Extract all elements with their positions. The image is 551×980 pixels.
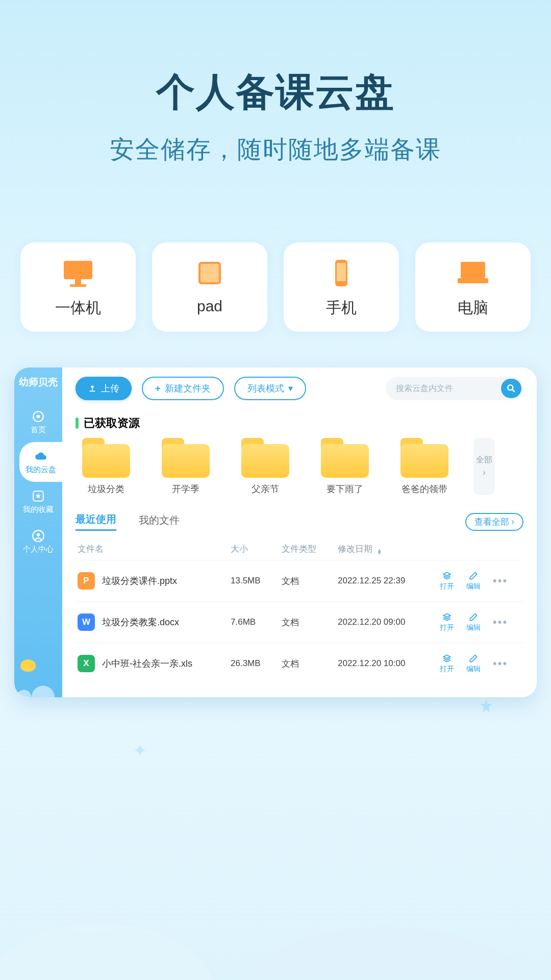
svg-rect-4 xyxy=(201,264,219,282)
folder-item[interactable]: 垃圾分类 xyxy=(76,438,137,495)
sidebar-item-label: 我的收藏 xyxy=(23,505,54,514)
upload-button[interactable]: 上传 xyxy=(76,377,132,400)
device-card-pad: pad xyxy=(152,242,267,332)
table-row[interactable]: W垃圾分类教案.docx7.6MB文档2022.12.20 09:00打开编辑•… xyxy=(76,601,523,643)
sidebar-decoration xyxy=(14,662,62,697)
folders-view-all-label: 全部 xyxy=(476,455,492,465)
tab-mine[interactable]: 我的文件 xyxy=(139,513,180,530)
edit-button[interactable]: 编辑 xyxy=(466,612,481,632)
col-name: 文件名 xyxy=(78,543,231,555)
table-row[interactable]: P垃圾分类课件.pptx13.5MB文档2022.12.25 22:39打开编辑… xyxy=(76,560,523,601)
folder-label: 垃圾分类 xyxy=(88,483,124,495)
background-clouds xyxy=(0,812,551,980)
toolbar: 上传 + 新建文件夹 列表模式 ▾ xyxy=(76,377,523,400)
folder-icon xyxy=(82,438,130,478)
open-button[interactable]: 打开 xyxy=(440,653,454,674)
desktop-icon xyxy=(60,258,96,288)
view-mode-button[interactable]: 列表模式 ▾ xyxy=(234,377,306,400)
file-tabs: 最近使用 我的文件 查看全部 › xyxy=(76,512,523,531)
col-modified-label: 修改日期 xyxy=(338,544,372,554)
search-icon xyxy=(506,383,516,394)
col-type: 文件类型 xyxy=(282,543,338,555)
folder-item[interactable]: 爸爸的领带 xyxy=(394,438,455,495)
file-modified: 2022.12.25 22:39 xyxy=(338,576,440,586)
svg-rect-1 xyxy=(75,279,81,284)
folder-item[interactable]: 父亲节 xyxy=(235,438,296,495)
more-icon[interactable]: ••• xyxy=(493,616,508,629)
file-size: 26.3MB xyxy=(231,658,282,669)
folder-item[interactable]: 开学季 xyxy=(155,438,216,495)
folder-label: 要下雨了 xyxy=(327,483,363,495)
view-all-button[interactable]: 查看全部 › xyxy=(465,513,523,531)
table-row[interactable]: X小中班-社会亲一亲.xls26.3MB文档2022.12.20 10:00打开… xyxy=(76,643,523,684)
file-name: 垃圾分类教案.docx xyxy=(102,616,179,628)
chevron-right-icon: › xyxy=(483,468,485,478)
sidebar-item-favorite[interactable]: 我的收藏 xyxy=(14,482,62,522)
row-actions: 打开编辑••• xyxy=(440,612,521,632)
pptx-icon: P xyxy=(78,572,95,590)
sidebar-item-cloud[interactable]: 我的云盘 xyxy=(19,442,62,482)
page-subtitle: 安全储存，随时随地多端备课 xyxy=(0,133,551,166)
file-modified: 2022.12.20 10:00 xyxy=(338,658,440,669)
device-card-laptop: 电脑 xyxy=(415,242,531,332)
col-size: 大小 xyxy=(231,543,282,555)
folders-row: 垃圾分类 开学季 父亲节 要下雨了 爸爸的领带 全部 › xyxy=(76,438,523,495)
more-icon[interactable]: ••• xyxy=(493,657,508,670)
new-folder-button[interactable]: + 新建文件夹 xyxy=(142,377,224,400)
cloud-disk-window: 幼师贝壳 首页 我的云盘 我的收藏 个人中心 上传 + 新建文 xyxy=(14,368,537,697)
sidebar-item-label: 我的云盘 xyxy=(26,465,56,475)
sidebar-item-home[interactable]: 首页 xyxy=(14,402,62,442)
row-actions: 打开编辑••• xyxy=(440,653,521,674)
sidebar: 幼师贝壳 首页 我的云盘 我的收藏 个人中心 xyxy=(14,368,62,697)
folder-icon xyxy=(400,438,448,478)
open-button[interactable]: 打开 xyxy=(440,571,454,591)
file-name-cell: W垃圾分类教案.docx xyxy=(78,614,231,631)
tablet-icon xyxy=(191,258,228,288)
edit-button[interactable]: 编辑 xyxy=(466,571,481,591)
chevron-right-icon: › xyxy=(511,517,514,527)
home-icon xyxy=(32,410,45,423)
page-title: 个人备课云盘 xyxy=(0,66,551,119)
search-box[interactable] xyxy=(386,377,523,400)
view-mode-label: 列表模式 xyxy=(247,382,284,395)
star-icon xyxy=(32,489,45,503)
folder-icon xyxy=(321,438,369,478)
folders-view-all-button[interactable]: 全部 › xyxy=(473,438,495,495)
upload-label: 上传 xyxy=(101,382,119,395)
folder-label: 父亲节 xyxy=(252,483,279,495)
sidebar-item-profile[interactable]: 个人中心 xyxy=(14,522,62,561)
new-folder-label: 新建文件夹 xyxy=(165,382,211,395)
phone-icon xyxy=(323,258,360,288)
folder-icon xyxy=(162,438,210,478)
svg-rect-7 xyxy=(461,262,485,278)
file-type: 文档 xyxy=(282,575,338,587)
search-submit-button[interactable] xyxy=(501,379,521,398)
open-button[interactable]: 打开 xyxy=(440,612,454,632)
resources-heading-text: 已获取资源 xyxy=(84,415,140,431)
device-label: pad xyxy=(197,298,222,315)
folder-icon xyxy=(241,438,289,478)
file-name-cell: P垃圾分类课件.pptx xyxy=(78,572,231,590)
device-card-phone: 手机 xyxy=(284,242,399,332)
plus-icon: + xyxy=(155,383,161,394)
sidebar-item-label: 个人中心 xyxy=(23,545,54,554)
xls-icon: X xyxy=(78,655,95,672)
sort-icon: ▲▼ xyxy=(377,549,382,555)
svg-rect-6 xyxy=(337,263,346,281)
search-input[interactable] xyxy=(396,384,501,393)
tab-recent[interactable]: 最近使用 xyxy=(76,512,116,531)
resources-heading: 已获取资源 xyxy=(76,415,523,431)
svg-rect-0 xyxy=(64,261,92,279)
col-modified[interactable]: 修改日期 ▲▼ xyxy=(338,543,440,555)
file-name: 垃圾分类课件.pptx xyxy=(102,575,177,587)
svg-point-14 xyxy=(508,385,513,390)
more-icon[interactable]: ••• xyxy=(493,574,508,587)
device-label: 电脑 xyxy=(458,298,488,318)
svg-point-10 xyxy=(37,414,40,418)
svg-rect-8 xyxy=(458,278,488,283)
edit-button[interactable]: 编辑 xyxy=(466,653,481,674)
view-all-label: 查看全部 xyxy=(474,516,509,528)
user-icon xyxy=(32,529,45,543)
file-type: 文档 xyxy=(282,617,338,628)
folder-item[interactable]: 要下雨了 xyxy=(314,438,375,495)
